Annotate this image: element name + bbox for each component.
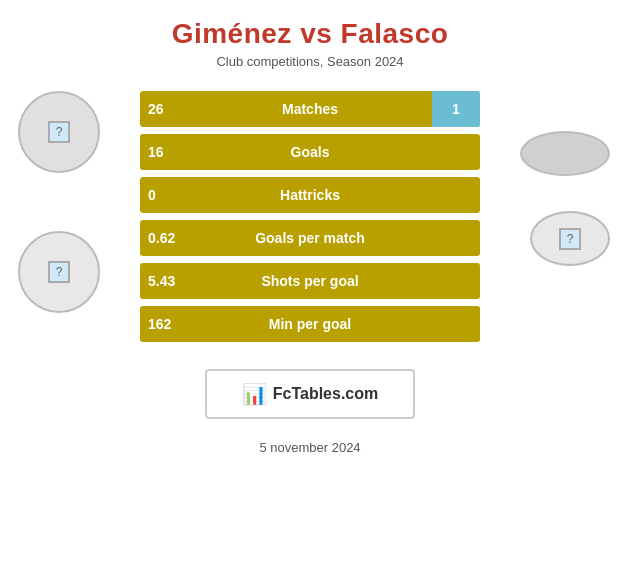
- stat-row-shots-per-goal: 5.43 Shots per goal: [140, 263, 480, 299]
- stat-bar-min-per-goal: 162 Min per goal: [140, 306, 480, 342]
- stat-bar-hattricks: 0 Hattricks: [140, 177, 480, 213]
- stat-label-goals: Goals: [291, 144, 330, 160]
- avatar-left-top: ?: [18, 91, 100, 173]
- stat-label-min-per-goal: Min per goal: [269, 316, 351, 332]
- page-title: Giménez vs Falasco: [172, 18, 449, 50]
- avatar-right-bottom: ?: [530, 211, 610, 266]
- stat-left-matches: 26: [148, 101, 164, 117]
- stat-row-matches: 26 Matches 1: [140, 91, 480, 127]
- page: Giménez vs Falasco Club competitions, Se…: [0, 0, 620, 580]
- stat-row-min-per-goal: 162 Min per goal: [140, 306, 480, 342]
- page-subtitle: Club competitions, Season 2024: [216, 54, 403, 69]
- stat-left-goals: 16: [148, 144, 164, 160]
- stat-label-shots-per-goal: Shots per goal: [261, 273, 358, 289]
- stat-bar-accent-matches: 1: [432, 91, 480, 127]
- avatar-placeholder-1: ?: [48, 121, 70, 143]
- stat-left-hattricks: 0: [148, 187, 156, 203]
- stat-left-shots-per-goal: 5.43: [148, 273, 175, 289]
- stat-label-matches: Matches: [282, 101, 338, 117]
- avatar-right-top: [520, 131, 610, 176]
- stat-row-goals: 16 Goals: [140, 134, 480, 170]
- stat-bar-shots-per-goal: 5.43 Shots per goal: [140, 263, 480, 299]
- stat-right-matches: 1: [452, 101, 460, 117]
- avatar-placeholder-3: ?: [559, 228, 581, 250]
- stat-row-hattricks: 0 Hattricks: [140, 177, 480, 213]
- stat-label-hattricks: Hattricks: [280, 187, 340, 203]
- logo-icon: 📊: [242, 382, 267, 406]
- stat-row-goals-per-match: 0.62 Goals per match: [140, 220, 480, 256]
- stat-left-goals-per-match: 0.62: [148, 230, 175, 246]
- avatar-placeholder-2: ?: [48, 261, 70, 283]
- stat-bar-matches: 26 Matches 1: [140, 91, 480, 127]
- stat-bar-goals-per-match: 0.62 Goals per match: [140, 220, 480, 256]
- logo-area: 📊 FcTables.com: [205, 369, 415, 419]
- stat-left-min-per-goal: 162: [148, 316, 171, 332]
- footer-date: 5 november 2024: [259, 440, 360, 455]
- stat-label-goals-per-match: Goals per match: [255, 230, 365, 246]
- avatar-left-bottom: ?: [18, 231, 100, 313]
- logo-text: FcTables.com: [273, 385, 379, 403]
- stat-bar-goals: 16 Goals: [140, 134, 480, 170]
